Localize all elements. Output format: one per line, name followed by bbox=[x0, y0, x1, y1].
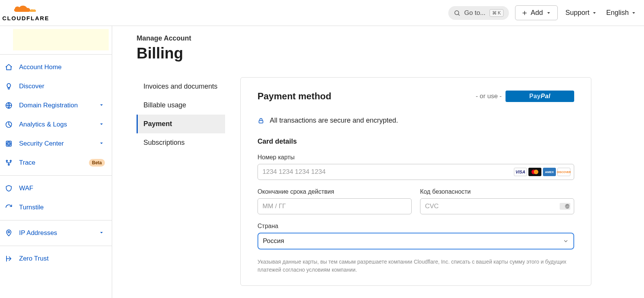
add-button[interactable]: Add bbox=[515, 5, 558, 20]
paypal-button[interactable]: PayPal bbox=[506, 91, 574, 102]
billing-tabs: Invoices and documentsBillable usagePaym… bbox=[137, 77, 225, 152]
caret-down-icon bbox=[631, 10, 636, 16]
panel-title: Payment method bbox=[258, 91, 331, 102]
country-select[interactable]: Россия bbox=[258, 233, 574, 249]
card-details-heading: Card details bbox=[258, 138, 574, 146]
payment-panel: Payment method - or use - PayPal All tra… bbox=[240, 77, 591, 286]
sidebar-item-trace[interactable]: TraceBeta bbox=[0, 153, 112, 172]
add-label: Add bbox=[531, 9, 543, 17]
caret-down-icon bbox=[99, 102, 105, 109]
visa-icon: VISA bbox=[514, 168, 527, 176]
chevron-down-icon bbox=[563, 238, 569, 244]
main-content: Manage Account Billing Invoices and docu… bbox=[112, 26, 644, 298]
expiry-label: Окончание срока действия bbox=[258, 188, 412, 195]
bulb-icon bbox=[5, 82, 13, 91]
beta-badge: Beta bbox=[89, 159, 105, 167]
breadcrumb: Manage Account bbox=[137, 34, 644, 42]
sidebar-item-waf[interactable]: WAF bbox=[0, 179, 112, 198]
legal-text: Указывая данные карты, вы тем самым разр… bbox=[258, 258, 574, 274]
search-label: Go to... bbox=[464, 9, 486, 17]
caret-down-icon bbox=[592, 10, 597, 16]
sidebar-item-discover[interactable]: Discover bbox=[0, 77, 112, 96]
language-label: English bbox=[606, 9, 629, 17]
plus-icon bbox=[522, 10, 528, 16]
svg-rect-13 bbox=[259, 120, 263, 123]
home-icon bbox=[5, 63, 13, 71]
sidebar-item-label: Trace bbox=[19, 159, 80, 167]
cvc-hint-icon: 123 bbox=[560, 203, 570, 210]
refresh-icon bbox=[5, 203, 13, 212]
svg-point-7 bbox=[8, 143, 10, 145]
tab-billable-usage[interactable]: Billable usage bbox=[137, 96, 225, 115]
svg-line-1 bbox=[458, 14, 459, 15]
mastercard-icon bbox=[528, 168, 541, 176]
amex-icon: AMEX bbox=[543, 168, 556, 176]
svg-point-12 bbox=[8, 231, 10, 233]
sidebar-item-label: IP Addresses bbox=[19, 229, 93, 237]
discover-icon: DISCOVER bbox=[557, 168, 570, 176]
sidebar-item-security-center[interactable]: Security Center bbox=[0, 134, 112, 153]
pin-icon bbox=[5, 229, 13, 237]
sidebar-item-label: Turnstile bbox=[19, 204, 105, 211]
caret-down-icon bbox=[99, 230, 105, 236]
shield-icon bbox=[5, 184, 13, 193]
tab-invoices-and-documents[interactable]: Invoices and documents bbox=[137, 77, 225, 96]
sidebar-item-account-home[interactable]: Account Home bbox=[0, 58, 112, 77]
cloud-icon bbox=[13, 4, 39, 14]
sidebar-item-label: Analytics & Logs bbox=[19, 121, 93, 128]
cvc-input[interactable] bbox=[420, 198, 574, 214]
language-menu[interactable]: English bbox=[605, 6, 638, 19]
sidebar-item-label: WAF bbox=[19, 185, 105, 192]
brand-text: CLOUDFLARE bbox=[2, 15, 49, 21]
account-selector[interactable] bbox=[13, 29, 109, 50]
sidebar-item-label: Security Center bbox=[19, 140, 93, 147]
sidebar-item-turnstile[interactable]: Turnstile bbox=[0, 198, 112, 217]
sidebar-item-label: Zero Trust bbox=[19, 255, 105, 262]
caret-down-icon bbox=[99, 121, 105, 128]
tab-payment[interactable]: Payment bbox=[137, 115, 225, 133]
sidebar-item-label: Discover bbox=[19, 83, 105, 90]
country-label: Страна bbox=[258, 223, 574, 230]
svg-point-8 bbox=[7, 142, 11, 146]
card-number-label: Номер карты bbox=[258, 154, 574, 161]
search-icon bbox=[454, 10, 460, 16]
paypal-logo-icon: PayPal bbox=[529, 93, 550, 100]
sidebar-item-ip-addresses[interactable]: IP Addresses bbox=[0, 223, 112, 243]
global-search[interactable]: Go to... ⌘ K bbox=[448, 6, 509, 20]
cvc-label: Код безопасности bbox=[420, 188, 574, 195]
caret-down-icon bbox=[546, 10, 551, 16]
brand-logo[interactable]: CLOUDFLARE bbox=[2, 4, 49, 21]
sidebar-item-domain-registration[interactable]: Domain Registration bbox=[0, 96, 112, 115]
caret-down-icon bbox=[99, 141, 105, 147]
svg-point-0 bbox=[455, 11, 459, 15]
sidebar: Account HomeDiscoverDomain RegistrationA… bbox=[0, 26, 112, 298]
app-header: CLOUDFLARE Go to... ⌘ K Add Support Engl… bbox=[0, 0, 644, 26]
or-use-label: - or use - bbox=[476, 92, 502, 100]
chart-icon bbox=[5, 120, 13, 129]
expiry-input[interactable] bbox=[258, 198, 412, 214]
page-title: Billing bbox=[137, 45, 644, 62]
trace-icon bbox=[5, 159, 13, 167]
lock-icon bbox=[258, 117, 264, 124]
support-label: Support bbox=[565, 9, 589, 17]
support-menu[interactable]: Support bbox=[564, 6, 599, 19]
sidebar-item-label: Domain Registration bbox=[19, 102, 93, 109]
globe-icon bbox=[5, 101, 13, 110]
tab-subscriptions[interactable]: Subscriptions bbox=[137, 133, 225, 152]
secure-text: All transactions are secure and encrypte… bbox=[270, 117, 398, 125]
scan-icon bbox=[5, 139, 13, 148]
card-brand-icons: VISA AMEX DISCOVER bbox=[514, 168, 570, 176]
search-shortcut: ⌘ K bbox=[489, 9, 504, 17]
sidebar-item-label: Account Home bbox=[19, 63, 105, 71]
arrowout-icon bbox=[5, 254, 13, 263]
sidebar-item-zero-trust[interactable]: Zero Trust bbox=[0, 249, 112, 268]
sidebar-item-analytics-logs[interactable]: Analytics & Logs bbox=[0, 115, 112, 134]
